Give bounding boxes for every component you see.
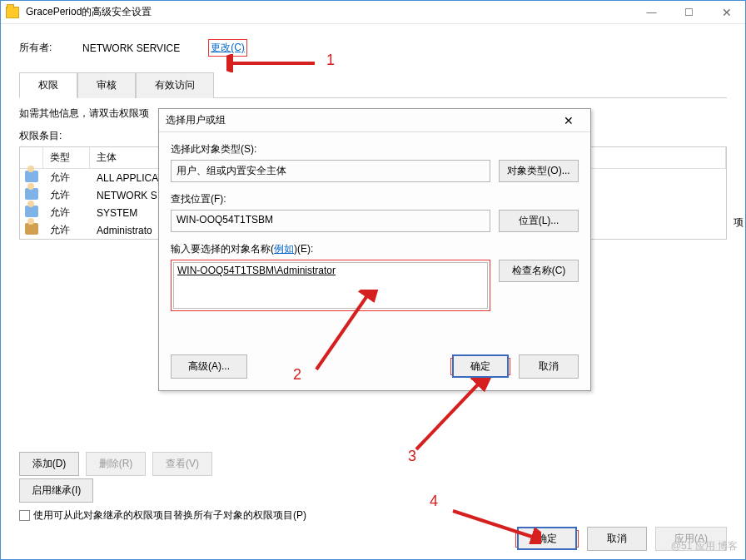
picker-ok-button[interactable]: 确定 [452,354,509,378]
object-name-label: 输入要选择的对象名称(例如)(E): [171,242,579,256]
arrow-2-icon [308,290,383,373]
row-type: 允许 [43,188,90,202]
enable-inherit-button[interactable]: 启用继承(I) [19,478,93,503]
arrow-3-icon [408,378,491,453]
step-4-label: 4 [430,493,438,510]
tab-effective[interactable]: 有效访问 [136,72,214,98]
location-field[interactable]: WIN-OOQ54T1TSBM [171,210,490,232]
replace-children-label: 使用可从此对象继承的权限项目替换所有子对象的权限项目(P) [33,508,306,523]
remove-button: 删除(R) [86,452,146,476]
picker-titlebar[interactable]: 选择用户或组 ✕ [159,109,590,132]
picker-ok-highlight: 确定 [450,358,510,375]
svg-line-2 [416,383,480,449]
row-type: 允许 [43,223,90,237]
close-button[interactable]: ✕ [708,1,745,24]
tabs: 权限 审核 有效访问 [19,72,727,98]
object-name-value: WIN-OOQ54T1TSBM\Administrator [177,265,336,276]
name-label-prefix: 输入要选择的对象名称( [171,243,274,255]
step-3-label: 3 [408,448,416,465]
arrow-4-icon [450,506,541,544]
check-names-button[interactable]: 检查名称(C) [499,260,579,282]
user-icon [20,223,43,237]
tab-audit[interactable]: 审核 [77,72,136,98]
svg-line-1 [316,295,368,369]
window-title: GracePeriod的高级安全设置 [26,5,633,19]
owner-value: NETWORK SERVICE [82,42,180,54]
step-2-label: 2 [293,366,301,384]
row-type: 允许 [43,206,90,220]
object-type-field[interactable]: 用户、组或内置安全主体 [171,160,490,182]
example-link[interactable]: 例如 [274,243,294,255]
owner-row: 所有者: NETWORK SERVICE 更改(C) [19,39,727,57]
header-type: 类型 [43,147,90,168]
replace-children-row: 使用可从此对象继承的权限项目替换所有子对象的权限项目(P) [19,508,306,523]
picker-cancel-button[interactable]: 取消 [519,354,579,379]
maximize-button[interactable]: ☐ [670,1,708,24]
object-type-button[interactable]: 对象类型(O)... [499,160,579,182]
titlebar[interactable]: GracePeriod的高级安全设置 — ☐ ✕ [1,1,745,24]
truncated-col-text: 项 [734,216,744,230]
tab-permissions[interactable]: 权限 [19,72,77,98]
cancel-button[interactable]: 取消 [587,527,647,551]
main-dialog-footer: 确定 取消 应用(A) [515,527,727,551]
svg-line-3 [453,511,535,538]
arrow-1-icon [226,54,318,72]
name-label-suffix: )(E): [294,243,313,255]
picker-title: 选择用户或组 [166,113,554,127]
location-label: 查找位置(F): [171,192,579,206]
add-button[interactable]: 添加(D) [19,452,79,476]
picker-close-button[interactable]: ✕ [554,114,584,127]
step-1-label: 1 [326,52,335,69]
location-button[interactable]: 位置(L)... [499,210,579,232]
row-type: 允许 [43,171,90,185]
inherit-row: 启用继承(I) [19,478,93,503]
permission-buttons: 添加(D) 删除(R) 查看(V) [19,452,212,476]
owner-label: 所有者: [19,41,61,55]
minimize-button[interactable]: — [633,1,670,24]
view-button: 查看(V) [152,452,212,476]
advanced-button[interactable]: 高级(A)... [171,354,247,379]
replace-children-checkbox[interactable] [19,510,30,521]
object-type-label: 选择此对象类型(S): [171,142,579,156]
folder-icon [6,7,19,18]
apply-button: 应用(A) [655,527,727,551]
